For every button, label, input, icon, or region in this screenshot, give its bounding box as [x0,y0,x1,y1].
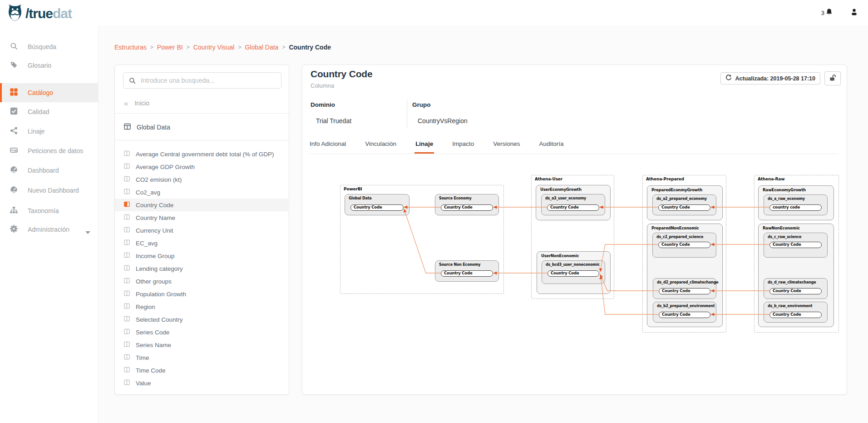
lineage-label: PreparedNonEconomic [651,226,699,230]
sidebar-item-taxonomia[interactable]: Taxonomía [0,201,99,220]
check-square-icon [10,107,18,117]
structure-item[interactable]: Country Name [115,211,289,224]
sidebar-item-glosario[interactable]: Glosario [0,56,99,75]
refresh-updated-button[interactable]: Actualizada: 2019-05-28 17:10 [720,72,820,85]
structure-item[interactable]: Currency Unit [115,224,289,237]
lineage-label: Athena-Prepared [646,177,684,181]
lineage-node[interactable]: ds_bcd3_user_noneconomicCountry Code [542,260,605,284]
structure-item[interactable]: Time Code [115,364,289,377]
lineage-field-pill[interactable]: Country Code [441,204,493,211]
lineage-node[interactable]: ds_b2_prepared_environmentCountry Code [653,302,716,323]
sidebar: Búsqueda Glosario Catálogo Calidad Linaj… [0,26,99,423]
structure-item[interactable]: Lending category [115,262,289,275]
back-to-start-button[interactable]: « Inicio [124,97,149,109]
structure-item-label: Series Name [136,342,171,348]
structure-item-selected[interactable]: Country Code [115,199,289,211]
lineage-node[interactable]: ds_a2_prepared_economyCountry Code [652,194,716,215]
lineage-node[interactable]: ds_a3_user_economyCountry Code [541,194,605,215]
bell-icon [825,8,833,18]
lineage-field-pill[interactable]: Country Code [658,204,710,211]
tab-versiones[interactable]: Versiones [492,137,521,154]
structure-item-label: Selected Country [136,316,183,323]
sidebar-item-peticiones[interactable]: Peticiones de datos [0,141,99,160]
user-menu-button[interactable] [850,8,858,18]
structure-item[interactable]: Selected Country [115,313,289,326]
structure-item-label: Average Central government debt total (%… [136,151,274,158]
back-label: Inicio [134,100,149,107]
sidebar-item-administracion[interactable]: Administración [0,220,99,239]
structure-item[interactable]: Value [115,377,289,389]
lock-button[interactable] [824,71,841,85]
lineage-node[interactable]: Source Non EconomyCountry Code [435,260,499,282]
structure-item[interactable]: Series Code [115,326,289,338]
structure-item[interactable]: Average GDP Growth [115,160,289,173]
tab-vinculacion[interactable]: Vinculación [364,137,397,154]
notifications-button[interactable]: 3 [821,8,833,18]
structure-item-label: Series Code [136,329,169,336]
sidebar-item-linaje[interactable]: Linaje [0,122,99,141]
sidebar-item-dashboard[interactable]: Dashboard [0,161,99,180]
structure-item[interactable]: CO2 emision (kt) [115,173,289,186]
tab-info-adicional[interactable]: Info Adicional [309,137,347,154]
gauge-icon [10,166,18,175]
sidebar-item-nuevo-dashboard[interactable]: Nuevo Dashboard [0,181,99,200]
tab-linaje[interactable]: Linaje [414,137,434,154]
lineage-field-pill[interactable]: Country Code [658,242,710,248]
parent-structure-global-data[interactable]: Global Data [124,120,170,134]
breadcrumb-link[interactable]: Country Visual [193,44,235,51]
lineage-node[interactable]: Source EconomyCountry Code [435,194,499,215]
lineage-field-pill[interactable]: country code [769,204,822,211]
structure-item[interactable]: EC_avg [115,237,289,249]
breadcrumb: Estructuras > Power BI > Country Visual … [114,44,331,51]
dominio-label: Dominio [311,101,335,108]
sidebar-item-calidad[interactable]: Calidad [0,102,99,121]
sidebar-item-busqueda[interactable]: Búsqueda [0,37,99,56]
structure-item[interactable]: Series Name [115,338,289,351]
structure-item[interactable]: Average Central government debt total (%… [115,148,289,160]
lineage-field-pill[interactable]: Country Code [441,270,493,277]
search-input[interactable] [141,73,277,88]
structure-item[interactable]: Region [115,300,289,313]
breadcrumb-link[interactable]: Power BI [157,44,183,51]
structure-item[interactable]: Other groups [115,275,289,288]
lineage-node[interactable]: ds_a_raw_economycountry code [764,194,828,215]
columns-icon [124,252,130,260]
lineage-field-pill[interactable]: Country Code [769,288,822,294]
lineage-field-pill[interactable]: Country Code [547,270,599,277]
lineage-field-pill[interactable]: Country Code [350,204,404,211]
lineage-node[interactable]: ds_c2_prepared_scienceCountry Code [652,233,716,258]
lineage-node[interactable]: Global DataCountry Code [345,194,409,215]
breadcrumb-link[interactable]: Estructuras [114,44,147,51]
updated-label: Actualizada: 2019-05-28 17:10 [735,75,815,82]
tags-icon [10,61,18,70]
structure-item-label: Region [136,304,155,310]
truedat-logo[interactable]: /truedat [6,3,72,24]
columns-icon [124,150,130,158]
lineage-label: UserNonEconomic [541,254,579,258]
lineage-field-pill[interactable]: Country Code [547,204,599,211]
lineage-field-pill[interactable]: Country Code [659,288,710,294]
lineage-node[interactable]: ds_d2_prepared_climatechangeCountry Code [653,278,716,299]
lineage-field-pill[interactable]: Country Code [769,312,822,318]
lineage-label: ds_a2_prepared_economy [656,197,707,201]
structure-item[interactable]: Income Group [115,249,289,262]
logo-text-dark: /true [25,6,53,21]
lineage-field-pill[interactable]: Country Code [769,242,822,248]
logo-text-light: dat [53,6,72,21]
lineage-node[interactable]: ds_b_raw_environmentCountry Code [764,302,828,323]
sidebar-item-catalogo[interactable]: Catálogo [0,83,99,102]
tab-auditoria[interactable]: Auditoría [538,137,564,154]
lineage-label: UserEconmyGrowth [540,187,582,192]
tab-impacto[interactable]: Impacto [451,137,475,154]
lineage-field-pill[interactable]: Country Code [659,312,710,318]
structure-item[interactable]: Population Growth [115,288,289,300]
structure-item[interactable]: Time [115,351,289,364]
columns-icon [124,341,130,349]
structure-item[interactable]: Co2_avg [115,186,289,199]
structure-item-label: CO2 emision (kt) [136,176,182,183]
columns-icon [124,328,130,336]
breadcrumb-link[interactable]: Global Data [245,44,278,51]
lineage-node[interactable]: ds_c_raw_scienceCountry Code [764,233,828,258]
structure-item-label: EC_avg [136,240,158,247]
lineage-node[interactable]: ds_d_raw_climatechangeCountry Code [764,278,828,299]
